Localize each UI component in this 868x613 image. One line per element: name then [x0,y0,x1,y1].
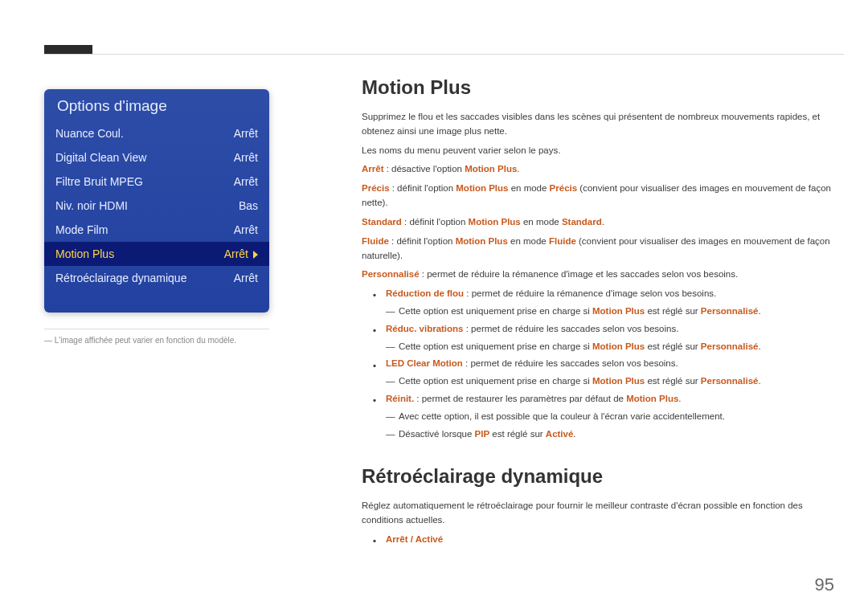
menu-title: Options d'image [44,89,269,121]
label-standard: Standard [362,217,402,227]
label-precis: Précis [362,183,390,193]
text: est réglé sur [645,306,701,316]
text: . [602,217,604,227]
text: Cette option est uniquement prise en cha… [399,341,592,351]
text: . [758,376,760,386]
menu-item-value: Arrêt [234,127,258,140]
text: Avec cette option, il est possible que l… [399,411,725,421]
sub-reduc-vibrations: ― Cette option est uniquement prise en c… [362,340,836,354]
mp-bullets: • Réduction de flou : permet de réduire … [362,287,836,441]
bullet-dot-icon: • [373,359,376,374]
term-personnalise: Personnalisé [701,376,759,386]
bullet-reinit: • Réinit. : permet de restaurer les para… [362,392,836,407]
options-image-panel: Options d'image Nuance Coul.ArrêtDigital… [44,89,269,313]
retro-body: Réglez automatiquement le rétroéclairage… [362,499,836,528]
menu-item-label: Rétroéclairage dynamique [55,272,186,284]
options-image-panel-container: Options d'image Nuance Coul.ArrêtDigital… [44,89,269,345]
menu-item-label: Niv. noir HDMI [55,199,128,212]
menu-item-label: Nuance Coul. [55,127,124,140]
bullet-reduc-vibrations: • Réduc. vibrations : permet de réduire … [362,322,836,337]
text: : permet de restaurer les paramètres par… [414,394,626,403]
menu-item-label: Motion Plus [55,247,114,260]
text: . [678,394,681,403]
sub-reinit-a: ― Avec cette option, il est possible que… [362,410,836,424]
main-content: Motion Plus Supprimez le flou et les sac… [362,76,836,547]
text: : permet de réduire les saccades selon v… [464,324,679,333]
text: en mode [508,236,549,246]
label-reduc-vibrations: Réduc. vibrations [386,324,464,333]
text: en mode [521,217,562,227]
label-reduc-flou: Réduction de flou [386,288,464,298]
text: . [573,429,575,439]
label-led-clear-motion: LED Clear Motion [386,358,463,368]
panel-caption: L'image affichée peut varier en fonction… [44,336,269,345]
term-motion-plus: Motion Plus [465,164,517,174]
text: est réglé sur [645,341,701,351]
label-retro-options: Arrêt / Activé [386,534,443,544]
label-fluide: Fluide [362,236,389,246]
bullet-reduc-flou: • Réduction de flou : permet de réduire … [362,287,836,301]
mp-note-names: Les noms du menu peuvent varier selon le… [362,144,836,158]
menu-row[interactable]: Motion PlusArrêt [44,242,269,266]
mp-fluide-line: Fluide : définit l'option Motion Plus en… [362,235,836,264]
dash-icon: ― [386,427,395,442]
term-precis: Précis [550,183,578,193]
bullet-retro-options: • Arrêt / Activé [362,533,836,547]
mp-arret-line: Arrêt : désactive l'option Motion Plus. [362,162,836,177]
term-motion-plus: Motion Plus [592,306,645,316]
mp-personnalise-line: Personnalisé : permet de réduire la réma… [362,268,836,282]
text: est réglé sur [645,376,701,386]
text: en mode [508,183,549,193]
term-active: Activé [546,429,574,439]
term-pip: PIP [475,429,490,439]
dash-icon: ― [386,374,395,389]
header-rule [44,54,844,55]
menu-item-value: Arrêt [234,272,258,284]
menu-row[interactable]: Nuance Coul.Arrêt [44,121,269,145]
mp-standard-line: Standard : définit l'option Motion Plus … [362,215,836,230]
menu-row[interactable]: Mode FilmArrêt [44,218,269,242]
label-reinit: Réinit. [386,394,414,403]
sub-reinit-b: ― Désactivé lorsque PIP est réglé sur Ac… [362,427,836,442]
menu-item-label: Digital Clean View [55,151,146,164]
text: . [758,306,760,316]
text: . [758,341,760,351]
dash-icon: ― [386,410,395,424]
term-motion-plus: Motion Plus [592,341,645,351]
text: : définit l'option [402,217,469,227]
text: Cette option est uniquement prise en cha… [399,306,592,316]
text: : définit l'option [390,183,457,193]
page-content: Options d'image Nuance Coul.ArrêtDigital… [44,76,836,589]
bullet-led-clear-motion: • LED Clear Motion : permet de réduire l… [362,357,836,371]
page-number: 95 [815,574,834,595]
term-motion-plus: Motion Plus [469,217,521,227]
menu-row[interactable]: Rétroéclairage dynamiqueArrêt [44,266,269,290]
label-arret: Arrêt [362,164,383,174]
text: Cette option est uniquement prise en cha… [399,376,592,386]
sub-led-clear-motion: ― Cette option est uniquement prise en c… [362,374,836,389]
bullet-dot-icon: • [373,534,376,549]
label-personnalise: Personnalisé [362,269,420,279]
menu-item-value: Arrêt [234,223,258,236]
text: . [517,164,519,174]
text: : désactive l'option [383,164,465,174]
menu-item-value: Arrêt [224,247,258,260]
menu-item-label: Mode Film [55,223,108,236]
term-motion-plus: Motion Plus [456,236,508,246]
bullet-dot-icon: • [373,394,376,408]
mp-precis-line: Précis : définit l'option Motion Plus en… [362,182,836,210]
text: : définit l'option [389,236,456,246]
text: Désactivé lorsque [399,429,475,439]
menu-item-value: Arrêt [234,175,258,188]
mp-intro: Supprimez le flou et les saccades visibl… [362,110,836,139]
menu-item-label: Filtre Bruit MPEG [55,175,143,188]
menu-row[interactable]: Digital Clean ViewArrêt [44,145,269,170]
menu-row[interactable]: Filtre Bruit MPEGArrêt [44,170,269,194]
menu-item-value: Arrêt [234,151,258,164]
panel-rule [44,329,269,329]
menu-row[interactable]: Niv. noir HDMIBas [44,194,269,218]
text: : permet de réduire la rémanence d'image… [420,269,739,279]
text: : permet de réduire les saccades selon v… [463,358,678,368]
term-personnalise: Personnalisé [701,341,759,351]
term-fluide: Fluide [549,236,576,246]
